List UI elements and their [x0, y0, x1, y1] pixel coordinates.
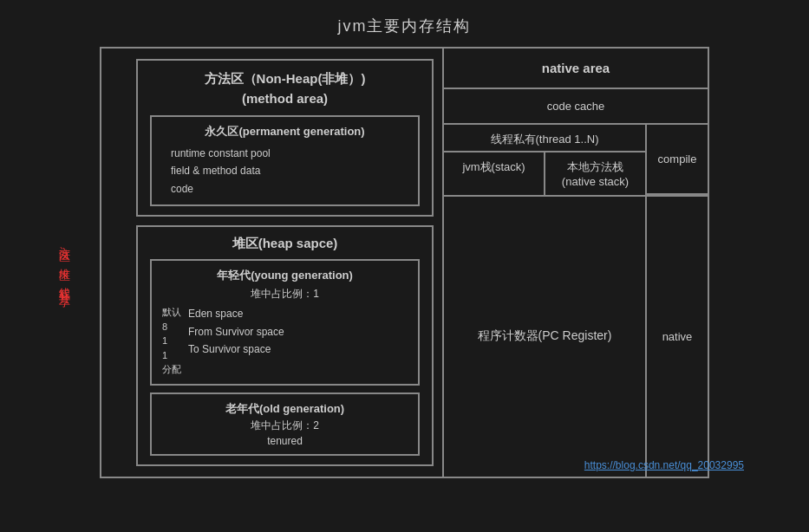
code-cache-row: code cache — [444, 89, 708, 125]
young-gen-subtitle: 堆中占比例：1 — [162, 287, 408, 302]
page-title: jvm主要内存结构 — [0, 0, 809, 47]
list-item: runtime constant pool — [171, 145, 408, 162]
list-item: code — [171, 180, 408, 198]
right-panel: native area code cache 线程私有(thread 1..N)… — [444, 49, 708, 477]
compile-label: compile — [647, 125, 708, 195]
native-stack: 本地方法栈(native stack) — [545, 152, 645, 195]
thread-private-section: 线程私有(thread 1..N) jvm栈(stack) 本地方法栈(nati… — [444, 125, 708, 197]
left-label: 方法区、堆区：线程共享 — [56, 237, 72, 288]
thread-private-label: 线程私有(thread 1..N) — [444, 125, 645, 152]
native-label-right: native — [647, 197, 708, 477]
permanent-gen-title: 永久区(permanent generation) — [162, 124, 408, 139]
heap-area-title: 堆区(heap sapce) — [150, 236, 420, 252]
thread-stacks-row: jvm栈(stack) 本地方法栈(native stack) — [444, 152, 645, 195]
method-area-title: 方法区（Non-Heap(非堆）) (method area) — [150, 69, 420, 108]
left-panel: 方法区（Non-Heap(非堆）) (method area) 永久区(perm… — [101, 49, 444, 477]
permanent-gen-items: runtime constant pool field & method dat… — [162, 145, 408, 198]
young-gen-box: 年轻代(young generation) 堆中占比例：1 默认811分配 Ed… — [150, 259, 420, 386]
old-gen-subtitle: 堆中占比例：2 — [162, 418, 408, 433]
list-item: field & method data — [171, 162, 408, 179]
jvm-stack: jvm栈(stack) — [444, 152, 545, 195]
thread-private-main: 线程私有(thread 1..N) jvm栈(stack) 本地方法栈(nati… — [444, 125, 647, 195]
old-gen-title: 老年代(old generation) — [162, 401, 408, 417]
native-area-header: native area — [444, 49, 708, 89]
bottom-section: 程序计数器(PC Register) native — [444, 197, 708, 477]
pc-register-box: 程序计数器(PC Register) — [444, 197, 647, 477]
young-gen-title: 年轻代(young generation) — [162, 268, 408, 283]
old-gen-item: tenured — [162, 435, 408, 447]
main-container: 方法区（Non-Heap(非堆）) (method area) 永久区(perm… — [100, 47, 709, 478]
young-gen-right: Eden spaceFrom Survivor spaceTo Survivor… — [188, 305, 284, 358]
permanent-gen-box: 永久区(permanent generation) runtime consta… — [150, 115, 420, 206]
old-gen-box: 老年代(old generation) 堆中占比例：2 tenured — [150, 393, 420, 456]
method-area-box: 方法区（Non-Heap(非堆）) (method area) 永久区(perm… — [136, 59, 434, 217]
young-gen-left: 默认811分配 — [162, 305, 181, 377]
heap-area-box: 堆区(heap sapce) 年轻代(young generation) 堆中占… — [136, 225, 434, 466]
url-text: https://blog.csdn.net/qq_20032995 — [584, 459, 744, 471]
